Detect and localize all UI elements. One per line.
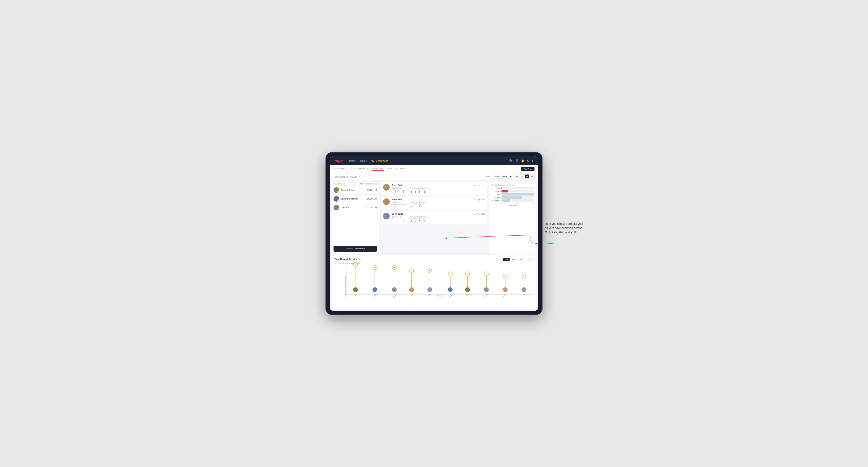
- streak-avatar-1: [372, 287, 377, 292]
- streak-avatar-8: [503, 287, 507, 292]
- streak-col-7: 4x M. Miller: [483, 272, 490, 294]
- bar-track-1: 96: [501, 190, 534, 192]
- tablet-frame: clippd Home Teams My Performance 🔍 👤 🔔 ⚙…: [326, 152, 542, 315]
- player-row-3[interactable]: 3 Cameron... 17/20 103: [332, 203, 379, 212]
- bar-track-2: 499: [501, 193, 534, 195]
- streak-bubble-2: 6x: [392, 265, 397, 270]
- streaks-title: Best Round Streaks: [335, 258, 357, 261]
- streak-line-4: [430, 273, 430, 287]
- list-view-icon[interactable]: ≡: [520, 174, 524, 179]
- card-info-2: Rees Britt 02 Sep 2023 Total Rounds Tour…: [392, 198, 485, 208]
- app-val-1: 0: [414, 191, 417, 193]
- col-player-name: PLAYER NAME: [334, 183, 360, 185]
- bar-row-1: Birdies 96: [491, 190, 534, 192]
- edit-team-icon[interactable]: ✏: [359, 176, 361, 178]
- app-button[interactable]: APP: [511, 258, 517, 261]
- streak-bubble-4: 5x: [427, 269, 432, 273]
- bottom-section: Best Round Streaks ← OTT APP ARG PUTT Of…: [332, 255, 536, 309]
- nav-home[interactable]: Home: [349, 160, 355, 162]
- x-label-400: 400: [532, 203, 534, 204]
- streak-bubble-0: 7x: [353, 262, 358, 267]
- player-avg-1: 110: [373, 189, 377, 191]
- sub-nav-tour[interactable]: Tour: [388, 167, 392, 171]
- nav-logo: clippd: [335, 159, 343, 163]
- bar-row-3: Bogeys 311: [491, 196, 534, 198]
- player-info-2: 2 Edward Crossman: [334, 196, 366, 201]
- x-label-200: 200: [516, 203, 519, 204]
- card-stats-2: Total Rounds Tournament 8 Practice: [392, 201, 485, 208]
- card-avatar-2: [383, 198, 390, 205]
- card-date-3: 26 Aug 2023: [474, 213, 485, 215]
- team-controls: Show Last 3 months ⊞ ≡ ▦ ▤: [486, 174, 534, 179]
- streak-avatar-7: [484, 287, 489, 292]
- right-panel: Rounds Tournament Practice Eagles 3 Bird…: [489, 182, 536, 253]
- rounds-label-1: Total Rounds: [392, 187, 406, 189]
- bar-chart: Eagles 3 Birdies 96 Pars 499 Bogeys 311 …: [491, 187, 534, 201]
- sub-nav-team-clippd[interactable]: Team Clippd: [372, 167, 384, 171]
- streak-avatar-0: [353, 287, 358, 292]
- sub-nav-links: PGAT Players PGA Hcaps 1-5 Team Clippd T…: [334, 167, 521, 171]
- streak-col-8: 3x R. Butler: [502, 275, 508, 294]
- team-header: Team Clippd | 14 Players ✏ Show Last 3 m…: [330, 173, 538, 180]
- card-header-2: Rees Britt 02 Sep 2023: [392, 198, 485, 201]
- player-row-2[interactable]: 2 Edward Crossman 18/20 107: [332, 195, 379, 203]
- nav-my-performance[interactable]: My Performance: [371, 160, 388, 162]
- team-name-label: Team Clippd | 14 Players: [334, 176, 358, 178]
- search-icon[interactable]: 🔍: [509, 159, 513, 162]
- add-team-button[interactable]: Add Team: [521, 167, 534, 171]
- streak-avatar-9: [522, 287, 526, 292]
- grid-view-icon[interactable]: ⊞: [515, 174, 519, 179]
- player-score-1: 19/20: [367, 189, 372, 191]
- left-panel: PLAYER NAME PB SCORE PB AVG SQ 1 Richard…: [332, 182, 379, 253]
- ott-button[interactable]: OTT: [503, 258, 510, 261]
- settings-icon[interactable]: ⚙: [527, 159, 530, 162]
- sub-nav-pgat[interactable]: PGAT Players: [334, 167, 347, 171]
- sub-nav-hcaps[interactable]: Hcaps 1-5: [359, 167, 368, 171]
- rounds-values-2: Tournament 8 Practice 4: [392, 204, 406, 208]
- streak-avatar-4: [427, 287, 432, 292]
- card-name-3: Josh Coles: [392, 213, 403, 215]
- view-leaderboard-button[interactable]: View Full Leaderboard: [334, 246, 377, 252]
- rank-badge-2: 2: [337, 199, 339, 201]
- card-view-icon[interactable]: ▦: [525, 174, 529, 179]
- player-info-3: 3 Cameron...: [334, 205, 366, 210]
- arg-val-1: 0: [418, 191, 421, 193]
- practice-val-1: 6: [401, 191, 406, 193]
- streak-avatar-2: [392, 287, 397, 292]
- avatar-icon[interactable]: ●: [532, 159, 533, 162]
- streak-col-3: 5x J. Coles: [408, 269, 415, 294]
- bell-icon[interactable]: 🔔: [521, 159, 525, 162]
- card-info-1: Rees Britt 02 Sep 2023 Total Rounds Tour…: [392, 184, 485, 193]
- chart-x-axis: 0 200 400: [491, 203, 534, 204]
- bar-fill-1: [501, 190, 508, 192]
- putt-button[interactable]: PUTT: [526, 258, 533, 261]
- sub-nav-pga[interactable]: PGA: [350, 167, 355, 171]
- streak-bubble-5: 4x: [448, 272, 453, 276]
- x-axis-title: Total Shots: [491, 205, 534, 206]
- bar-track-0: 3: [501, 187, 534, 189]
- streak-line-5: [450, 276, 451, 287]
- streak-bubble-8: 3x: [503, 275, 507, 279]
- bar-track-3: 311: [501, 196, 534, 198]
- activities-values-1: OTT 0 APP 0 ARG: [410, 189, 427, 193]
- streak-line-3: [411, 273, 412, 287]
- streak-col-6: 4x D. Ford: [464, 272, 470, 294]
- arrow-pointer-icon: ←: [359, 258, 361, 261]
- chart-subtitle: Off The Tee, Fairway Accuracy: [335, 262, 533, 264]
- table-view-icon[interactable]: ▤: [530, 174, 534, 179]
- col-pb-score: PB SCORE: [360, 183, 368, 185]
- tablet-screen: clippd Home Teams My Performance 🔍 👤 🔔 ⚙…: [330, 156, 538, 311]
- streak-bubble-9: 3x: [522, 275, 526, 279]
- profile-icon[interactable]: 👤: [515, 159, 519, 162]
- player-row-1[interactable]: 1 Richard Butler 19/20 110: [332, 186, 379, 195]
- content-grid: PLAYER NAME PB SCORE PB AVG SQ 1 Richard…: [330, 180, 538, 255]
- nav-icons: 🔍 👤 🔔 ⚙ ●: [509, 159, 533, 162]
- period-select[interactable]: Last 3 months: [493, 175, 513, 179]
- bar-row-4: D. Bogeys + 131: [491, 199, 534, 201]
- rank-badge-3: 3: [337, 208, 339, 210]
- arg-button[interactable]: ARG: [518, 258, 525, 261]
- nav-teams[interactable]: Teams: [360, 160, 367, 162]
- card-avatar-1: [383, 184, 390, 191]
- streak-avatar-6: [465, 287, 470, 292]
- sub-nav-all-players[interactable]: All Players: [396, 167, 406, 171]
